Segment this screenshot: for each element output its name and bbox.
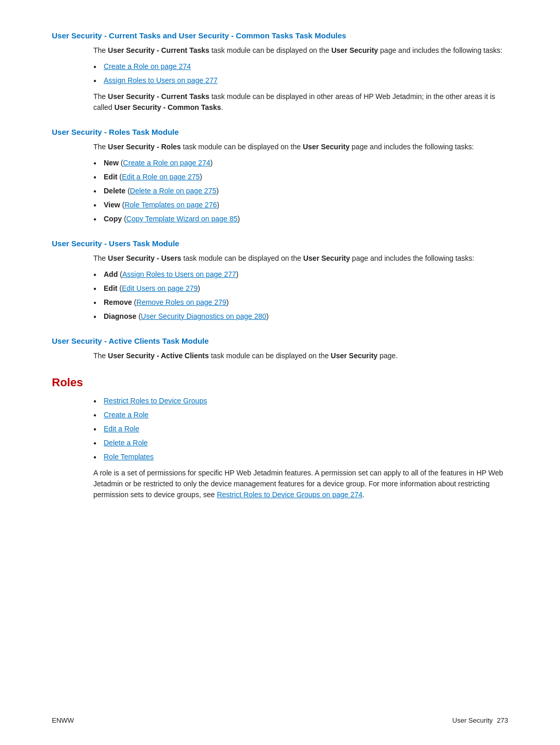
section1-intro: The User Security - Current Tasks task m… [93,45,508,56]
link-assign-roles-277b[interactable]: Assign Roles to Users on page 277 [122,270,236,278]
link-create-role-274[interactable]: Create a Role on page 274 [104,62,191,71]
list-item: View (Role Templates on page 276) [93,200,508,210]
page-content: User Security - Current Tasks and User S… [0,0,560,556]
section1-outro-bold1: User Security - Current Tasks [108,92,209,101]
section3-body: The User Security - Users task module ca… [52,253,508,322]
section1-list: Create a Role on page 274 Assign Roles t… [93,61,508,86]
roles-heading: Roles [52,376,508,389]
link-edit-role-275[interactable]: Edit a Role on page 275 [122,173,200,181]
list-item: Create a Role on page 274 [93,61,508,72]
link-edit-users-279[interactable]: Edit Users on page 279 [122,284,198,292]
section2-bold2: User Security [303,143,349,151]
link-role-templates[interactable]: Role Templates [104,453,153,461]
footer-left: ENWW [52,716,74,724]
list-item: Delete a Role [93,438,508,448]
link-assign-roles-277[interactable]: Assign Roles to Users on page 277 [104,76,217,85]
section2-heading: User Security - Roles Task Module [52,128,508,136]
link-diagnostics-280[interactable]: User Security Diagnostics on page 280 [141,312,267,320]
section3-bold1: User Security - Users [108,254,181,262]
list-item: Delete (Delete a Role on page 275) [93,186,508,196]
link-restrict-roles-274[interactable]: Restrict Roles to Device Groups on page … [217,490,362,499]
list-item: Copy (Copy Template Wizard on page 85) [93,214,508,224]
link-role-templates-276[interactable]: Role Templates on page 276 [124,201,217,209]
footer-section-label: User Security [452,716,493,724]
section3-intro: The User Security - Users task module ca… [93,253,508,264]
list-item: Restrict Roles to Device Groups [93,396,508,406]
link-create-role-274b[interactable]: Create a Role on page 274 [123,159,210,167]
list-item: Diagnose (User Security Diagnostics on p… [93,311,508,322]
list-item: Create a Role [93,410,508,420]
section-roles: Roles Restrict Roles to Device Groups Cr… [52,376,508,500]
section3-bold2: User Security [303,254,350,262]
section2-list: New (Create a Role on page 274) Edit (Ed… [93,158,508,224]
section4-bold1: User Security - Active Clients [108,352,209,360]
section5-body-text: A role is a set of permissions for speci… [93,468,508,500]
list-item: Edit (Edit Users on page 279) [93,283,508,294]
section-current-tasks: User Security - Current Tasks and User S… [52,31,508,113]
footer-right: User Security 273 [452,716,508,724]
section1-bold2: User Security [331,46,378,54]
list-item: Assign Roles to Users on page 277 [93,75,508,86]
link-edit-role[interactable]: Edit a Role [104,425,139,433]
section-active-clients: User Security - Active Clients Task Modu… [52,336,508,361]
section2-bold1: User Security - Roles [108,143,181,151]
section3-list: Add (Assign Roles to Users on page 277) … [93,269,508,322]
link-restrict-roles[interactable]: Restrict Roles to Device Groups [104,397,207,405]
section5-body: Restrict Roles to Device Groups Create a… [52,396,508,500]
link-copy-template-85[interactable]: Copy Template Wizard on page 85 [127,215,238,223]
section5-list: Restrict Roles to Device Groups Create a… [93,396,508,462]
section-users-task: User Security - Users Task Module The Us… [52,239,508,322]
section1-outro-bold2: User Security - Common Tasks [114,103,221,111]
section1-heading: User Security - Current Tasks and User S… [52,31,508,40]
link-delete-role[interactable]: Delete a Role [104,439,148,447]
section-roles-task: User Security - Roles Task Module The Us… [52,128,508,224]
list-item: Role Templates [93,452,508,462]
footer-page-number: 273 [497,716,508,724]
section1-bold1: User Security - Current Tasks [108,46,209,54]
section4-bold2: User Security [331,352,377,360]
list-item: Edit a Role [93,424,508,434]
list-item: New (Create a Role on page 274) [93,158,508,168]
link-create-role[interactable]: Create a Role [104,411,148,419]
link-remove-roles-279[interactable]: Remove Roles on page 279 [136,298,227,306]
link-delete-role-275[interactable]: Delete a Role on page 275 [130,187,217,195]
section3-heading: User Security - Users Task Module [52,239,508,248]
section2-intro: The User Security - Roles task module ca… [93,142,508,152]
list-item: Add (Assign Roles to Users on page 277) [93,269,508,280]
section1-body: The User Security - Current Tasks task m… [52,45,508,113]
section2-body: The User Security - Roles task module ca… [52,142,508,224]
list-item: Remove (Remove Roles on page 279) [93,297,508,308]
section4-body: The User Security - Active Clients task … [52,350,508,361]
section1-outro: The User Security - Current Tasks task m… [93,91,508,113]
section4-intro: The User Security - Active Clients task … [93,350,508,361]
list-item: Edit (Edit a Role on page 275) [93,172,508,182]
section4-heading: User Security - Active Clients Task Modu… [52,336,508,345]
page-footer: ENWW User Security 273 [52,716,508,724]
